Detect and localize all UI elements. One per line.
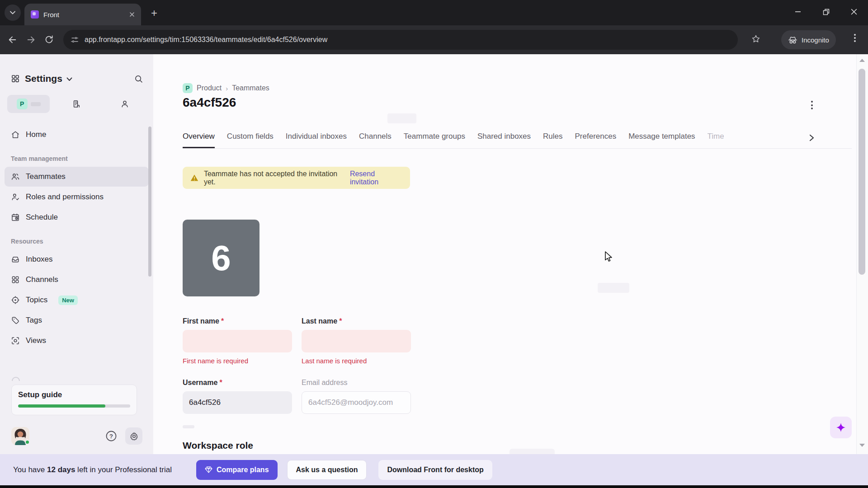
page-scrollbar-thumb[interactable]	[859, 69, 865, 275]
tab-shared-inboxes[interactable]: Shared inboxes	[477, 132, 531, 148]
gear-icon	[129, 432, 139, 441]
building-icon	[72, 99, 81, 108]
tab-individual-inboxes[interactable]: Individual inboxes	[286, 132, 347, 148]
reload-icon[interactable]	[44, 35, 54, 44]
username-input[interactable]	[183, 391, 292, 414]
topics-icon	[11, 296, 20, 305]
workspace-badge: P	[17, 99, 28, 109]
compare-plans-button[interactable]: Compare plans	[196, 460, 278, 480]
sidebar-item-label: Home	[26, 130, 46, 139]
sidebar-header: Settings	[0, 54, 153, 84]
setup-progress-fill	[18, 404, 105, 408]
mouse-cursor	[603, 251, 614, 263]
workspace-tab-product[interactable]: P	[7, 95, 50, 113]
required-asterisk: *	[219, 379, 222, 386]
divider	[183, 425, 194, 428]
incognito-badge: Incognito	[781, 30, 836, 49]
workspace-tab-company[interactable]	[55, 95, 98, 113]
tab-teammate-groups[interactable]: Teammate groups	[404, 132, 465, 148]
new-tab-button[interactable]: +	[147, 6, 161, 20]
tab-custom-fields[interactable]: Custom fields	[227, 132, 274, 148]
setup-guide-card[interactable]: Setup guide	[11, 385, 137, 415]
url-bar[interactable]: app.frontapp.com/settings/tim:15063336/t…	[63, 30, 738, 50]
sidebar-item-inboxes[interactable]: Inboxes	[5, 249, 149, 269]
browser-menu-icon[interactable]	[854, 33, 856, 43]
sidebar-item-label: Roles and permissions	[26, 192, 104, 202]
sidebar-item-schedule[interactable]: Schedule	[5, 207, 149, 227]
tab-time-off[interactable]: Time off	[708, 132, 724, 148]
bookmark-star-icon[interactable]	[751, 34, 760, 43]
teammate-avatar-initial: 6	[211, 238, 231, 279]
tab-close-icon[interactable]	[129, 12, 135, 17]
back-icon[interactable]	[7, 35, 17, 45]
breadcrumb-separator: ›	[226, 84, 228, 92]
required-asterisk: *	[221, 317, 224, 325]
sparkle-icon	[835, 422, 846, 433]
forward-icon[interactable]	[26, 35, 36, 45]
sidebar-item-label: Views	[26, 336, 46, 345]
tab-search-button[interactable]	[5, 5, 21, 21]
resend-invitation-link[interactable]: Resend invitation	[350, 170, 402, 186]
tabs-overflow-chevron-icon[interactable]	[809, 134, 814, 141]
trial-message: You have 12 days left in your Profession…	[13, 465, 172, 474]
last-name-input[interactable]	[302, 330, 411, 352]
teammates-icon	[11, 172, 20, 181]
search-icon[interactable]	[134, 74, 143, 84]
email-input[interactable]	[302, 391, 411, 414]
sidebar-item-channels[interactable]: Channels	[5, 270, 149, 290]
tab-overview[interactable]: Overview	[183, 132, 215, 148]
apps-grid-icon	[11, 74, 20, 83]
trial-days-left: 12 days	[47, 465, 75, 474]
settings-gear-button[interactable]	[125, 427, 142, 445]
sidebar-item-label: Tags	[26, 316, 42, 325]
sidebar-scrollbar[interactable]	[148, 127, 151, 277]
scrollbar-down-arrow[interactable]	[859, 444, 865, 447]
help-button[interactable]: ?	[104, 429, 118, 443]
workspace-tab-personal[interactable]	[104, 95, 146, 113]
incognito-label: Incognito	[802, 36, 829, 44]
first-name-input[interactable]	[183, 330, 292, 352]
window-minimize-button[interactable]	[784, 0, 812, 23]
more-actions-icon[interactable]	[810, 99, 814, 111]
window-bottom-edge	[0, 485, 868, 488]
required-asterisk: *	[339, 317, 342, 325]
person-icon	[120, 99, 129, 108]
scrollbar-up-arrow[interactable]	[859, 59, 865, 62]
username-label: Username*	[183, 379, 222, 387]
site-settings-icon[interactable]	[71, 36, 79, 44]
breadcrumb-page[interactable]: Teammates	[232, 84, 269, 92]
window-close-button[interactable]	[840, 0, 868, 23]
sidebar-section-team-management: Team management	[5, 145, 149, 167]
tab-preferences[interactable]: Preferences	[575, 132, 617, 148]
ai-assistant-button[interactable]	[830, 417, 852, 438]
chevron-down-icon[interactable]	[66, 77, 72, 81]
sidebar-item-teammates[interactable]: Teammates	[5, 167, 149, 187]
roles-icon	[11, 192, 20, 202]
tab-rules[interactable]: Rules	[543, 132, 562, 148]
sidebar-item-label: Channels	[26, 275, 58, 284]
sidebar-item-topics[interactable]: Topics New	[5, 290, 149, 310]
browser-tab-front[interactable]: Front	[24, 4, 141, 25]
url-text[interactable]: app.frontapp.com/settings/tim:15063336/t…	[85, 36, 327, 44]
window-restore-button[interactable]	[812, 0, 840, 23]
loading-ghost	[598, 283, 629, 293]
tab-channels[interactable]: Channels	[359, 132, 392, 148]
chevron-down-icon	[10, 11, 15, 14]
breadcrumb-workspace[interactable]: Product	[197, 84, 222, 92]
sidebar-title[interactable]: Settings	[25, 73, 62, 84]
sidebar-item-views[interactable]: Views	[5, 331, 149, 351]
schedule-icon	[11, 213, 20, 222]
tab-message-templates[interactable]: Message templates	[628, 132, 695, 148]
front-favicon-icon	[31, 10, 39, 19]
ask-question-button[interactable]: Ask us a question	[287, 460, 367, 480]
workspace-name-ghost	[31, 102, 41, 106]
last-name-label: Last name*	[302, 317, 342, 325]
presence-online-dot	[25, 440, 30, 445]
sidebar-item-tags[interactable]: Tags	[5, 310, 149, 330]
sidebar-item-label: Schedule	[26, 213, 58, 222]
sidebar-item-home[interactable]: Home	[5, 125, 149, 145]
download-desktop-button[interactable]: Download Front for desktop	[378, 460, 492, 480]
teammate-avatar[interactable]: 6	[183, 220, 259, 296]
sidebar-item-roles-permissions[interactable]: Roles and permissions	[5, 187, 149, 207]
first-name-error: First name is required	[183, 357, 248, 365]
